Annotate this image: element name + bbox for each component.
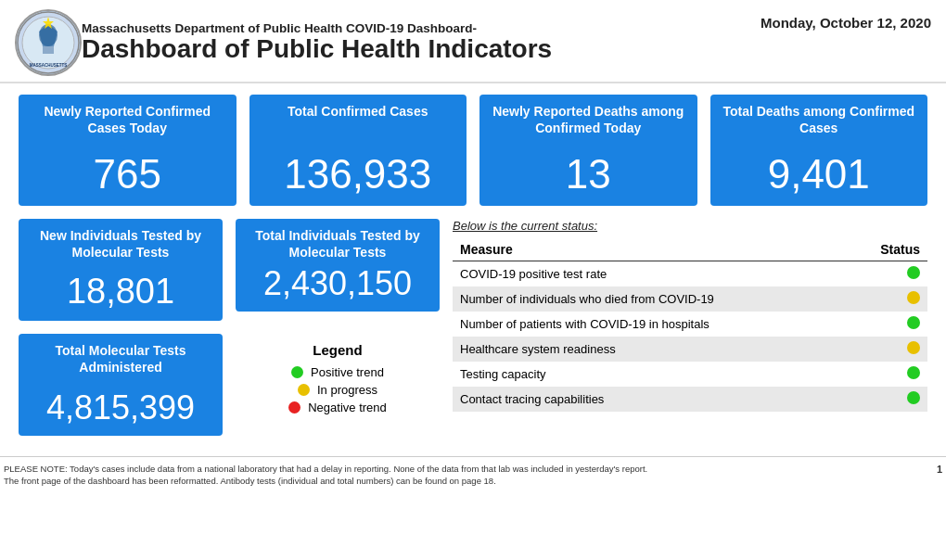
footer-note1: PLEASE NOTE: Today's cases include data … — [4, 463, 647, 475]
header-subtitle: Massachusetts Department of Public Healt… — [82, 21, 761, 35]
center-middle-col: Total Individuals Tested by Molecular Te… — [236, 219, 440, 436]
header-date: Monday, October 12, 2020 — [761, 9, 931, 31]
status-dot-1 — [907, 291, 920, 304]
legend-title: Legend — [313, 342, 362, 358]
header-title: Dashboard of Public Health Indicators — [82, 35, 761, 64]
header-text-block: Massachusetts Department of Public Healt… — [82, 21, 761, 64]
status-table-row: COVID-19 positive test rate — [453, 261, 927, 287]
status-table-row: Number of individuals who died from COVI… — [453, 286, 927, 312]
status-dot-0 — [907, 266, 920, 279]
stat-card-total-deaths: Total Deaths among Confirmed Cases 9,401 — [710, 95, 928, 206]
footer-note2: The front page of the dashboard has been… — [4, 475, 647, 487]
status-dot-5 — [907, 391, 920, 404]
legend-label-1: In progress — [317, 383, 377, 397]
legend-item-1: In progress — [298, 383, 377, 397]
status-header-text: Below is the current status: — [453, 219, 927, 233]
stat-value-bottom: 4,815,399 — [46, 389, 195, 426]
stat-card-new-individuals: New Individuals Tested by Molecular Test… — [19, 219, 223, 321]
status-table-row: Contact tracing capabilities — [453, 387, 927, 412]
main-content: Newly Reported Confirmed Cases Today 765… — [0, 83, 946, 456]
status-dot-2 — [907, 316, 920, 329]
status-table: Measure Status COVID-19 positive test ra… — [453, 238, 927, 412]
page-number: 1 — [937, 463, 942, 488]
stat-label-middle-1: Total Individuals Tested by Molecular Te… — [247, 228, 428, 261]
top-stat-row: Newly Reported Confirmed Cases Today 765… — [19, 95, 927, 206]
legend-dot-negative — [288, 401, 300, 414]
legend-dot-positive — [291, 366, 303, 378]
status-dot-4 — [907, 366, 920, 379]
status-dot-cell-4 — [848, 362, 927, 387]
status-dot-cell-5 — [848, 387, 927, 412]
stat-value-0: 765 — [94, 152, 161, 197]
middle-row: New Individuals Tested by Molecular Test… — [19, 219, 927, 436]
status-measure-0: COVID-19 positive test rate — [453, 261, 848, 287]
stat-value-1: 136,933 — [284, 152, 431, 197]
legend-dot-inprogress — [298, 384, 310, 396]
legend-box: Legend Positive trend In progress Negati… — [236, 325, 440, 436]
footer-row: PLEASE NOTE: Today's cases include data … — [4, 463, 942, 488]
stat-card-total-molecular: Total Molecular Tests Administered 4,815… — [19, 334, 223, 436]
status-dot-cell-0 — [848, 261, 927, 287]
stat-value-3: 9,401 — [768, 152, 870, 197]
stat-label-2: Newly Reported Deaths among Confirmed To… — [491, 104, 686, 136]
svg-text:MASSACHUSETTS: MASSACHUSETTS — [30, 63, 68, 68]
stat-value-middle-1: 2,430,150 — [263, 265, 412, 302]
status-measure-4: Testing capacity — [453, 362, 848, 387]
footer-text: PLEASE NOTE: Today's cases include data … — [4, 463, 647, 488]
stat-card-total-confirmed: Total Confirmed Cases 136,933 — [249, 95, 467, 206]
seal-svg: MASSACHUSETTS — [17, 11, 80, 74]
stat-value-middle-0: 18,801 — [67, 273, 174, 312]
status-dot-cell-3 — [848, 337, 927, 362]
status-measure-3: Healthcare system readiness — [453, 337, 848, 362]
state-seal: MASSACHUSETTS — [15, 9, 82, 76]
col-status-header: Status — [848, 238, 927, 261]
stat-card-confirmed-today: Newly Reported Confirmed Cases Today 765 — [19, 95, 236, 206]
status-measure-5: Contact tracing capabilities — [453, 387, 848, 412]
stat-label-0: Newly Reported Confirmed Cases Today — [30, 104, 225, 136]
legend-item-2: Negative trend — [288, 401, 387, 414]
status-measure-2: Number of patients with COVID-19 in hosp… — [453, 312, 848, 337]
status-measure-1: Number of individuals who died from COVI… — [453, 286, 848, 312]
status-section: Below is the current status: Measure Sta… — [453, 219, 927, 436]
status-dot-cell-2 — [848, 312, 927, 337]
status-table-row: Testing capacity — [453, 362, 927, 387]
stat-label-bottom: Total Molecular Tests Administered — [30, 343, 211, 375]
footer-note: PLEASE NOTE: Today's cases include data … — [0, 456, 946, 491]
svg-rect-4 — [43, 46, 54, 54]
stat-label-3: Total Deaths among Confirmed Cases — [722, 104, 917, 136]
stat-card-deaths-today: Newly Reported Deaths among Confirmed To… — [479, 95, 697, 206]
left-middle-col: New Individuals Tested by Molecular Test… — [19, 219, 223, 436]
stat-label-1: Total Confirmed Cases — [288, 104, 428, 121]
col-measure-header: Measure — [453, 238, 848, 261]
legend-label-0: Positive trend — [311, 365, 384, 379]
legend-label-2: Negative trend — [308, 401, 387, 414]
status-table-row: Healthcare system readiness — [453, 337, 927, 362]
status-table-row: Number of patients with COVID-19 in hosp… — [453, 312, 927, 337]
status-dot-cell-1 — [848, 286, 927, 312]
stat-card-total-individuals: Total Individuals Tested by Molecular Te… — [236, 219, 440, 312]
stat-value-2: 13 — [566, 152, 611, 197]
page-header: MASSACHUSETTS Massachusetts Department o… — [0, 0, 946, 83]
stat-label-middle-0: New Individuals Tested by Molecular Test… — [30, 228, 211, 261]
legend-item-0: Positive trend — [291, 365, 384, 379]
status-dot-3 — [907, 341, 920, 354]
